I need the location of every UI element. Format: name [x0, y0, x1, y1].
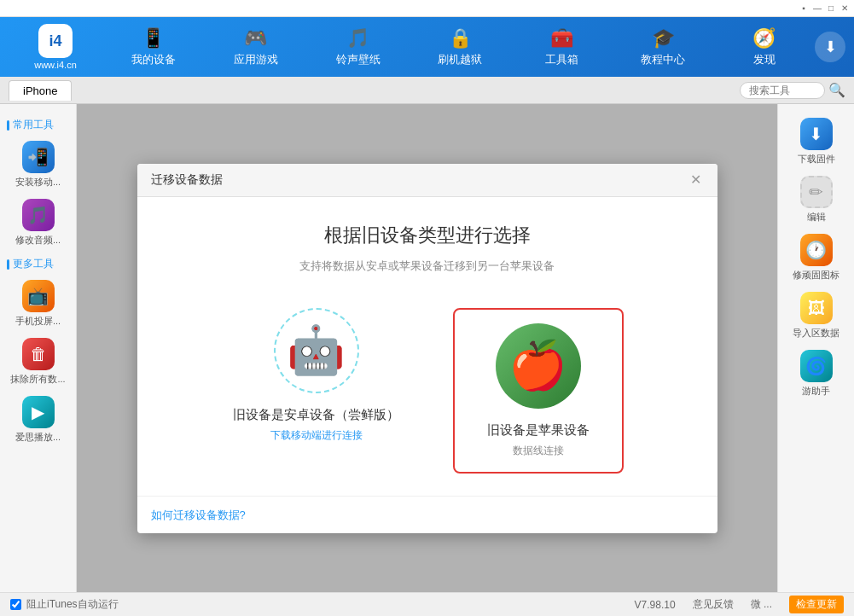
assistant-label: 游助手 [802, 385, 830, 398]
section-label-more: 更多工具 [0, 252, 76, 275]
weibo-link[interactable]: 微 ... [751, 597, 772, 612]
logo-icon: i4 [38, 24, 73, 58]
modal-subtitle: 支持将数据从安卓或苹果设备迁移到另一台苹果设备 [299, 259, 555, 274]
nav-ringtones-label: 铃声壁纸 [336, 52, 381, 67]
modal-title: 迁移设备数据 [151, 172, 223, 188]
center-content: 迁移设备数据 ✕ 根据旧设备类型进行选择 支持将数据从安卓或苹果设备迁移到另一台… [77, 104, 777, 592]
nav-ringtones[interactable]: 🎵 铃声壁纸 [328, 22, 389, 73]
sidebar-item-install[interactable]: 📲 安装移动... [0, 136, 76, 194]
search-area: 🔍 [740, 82, 845, 99]
version-label: V7.98.10 [635, 599, 676, 611]
device-tab-bar: iPhone 🔍 [0, 77, 854, 104]
modal-close-button[interactable]: ✕ [688, 172, 704, 188]
sidebar-item-audio[interactable]: 🎵 修改音频... [0, 194, 76, 252]
option-android[interactable]: 🤖 旧设备是安卓设备（尝鲜版） 下载移动端进行连接 [231, 308, 402, 443]
android-option-title: 旧设备是安卓设备（尝鲜版） [233, 407, 399, 423]
nav-discover-icon: 🧭 [752, 27, 776, 49]
status-bar: 阻止iTunes自动运行 V7.98.10 意见反馈 微 ... 检查更新 [0, 592, 854, 616]
nav-jailbreak[interactable]: 🔒 刷机越狱 [429, 22, 491, 73]
nav-items: 📱 我的设备 🎮 应用游戏 🎵 铃声壁纸 🔒 刷机越狱 🧰 工具箱 🎓 教程中心… [102, 22, 815, 73]
sidebar-item-screen[interactable]: 📺 手机投屏... [0, 275, 76, 333]
device-tab[interactable]: iPhone [9, 80, 72, 101]
maximize-btn[interactable]: □ [825, 3, 837, 15]
sidebar-right-download[interactable]: ⬇ 下载固件 [778, 113, 854, 171]
audio-icon: 🎵 [22, 199, 55, 231]
icon-fix-label: 修顽固图标 [793, 269, 839, 282]
device-name: iPhone [23, 84, 57, 97]
nav-device-label: 我的设备 [131, 52, 176, 67]
nav-apps-label: 应用游戏 [234, 52, 278, 67]
search-input[interactable] [740, 82, 825, 99]
nav-tutorial-icon: 🎓 [652, 27, 675, 49]
player-icon: ▶ [22, 396, 55, 428]
audio-label: 修改音频... [15, 234, 61, 247]
android-robot-icon: 🤖 [287, 323, 346, 378]
android-icon-container: 🤖 [274, 308, 359, 393]
footer-link[interactable]: 如何迁移设备数据? [151, 508, 246, 521]
header: i4 www.i4.cn 📱 我的设备 🎮 应用游戏 🎵 铃声壁纸 🔒 刷机越狱… [0, 17, 854, 77]
nav-discover[interactable]: 🧭 发现 [735, 22, 794, 73]
nav-my-device[interactable]: 📱 我的设备 [123, 22, 184, 73]
sidebar-right-assistant[interactable]: 🌀 游助手 [778, 345, 854, 403]
icon-fix-icon: 🕐 [800, 234, 833, 266]
install-label: 安装移动... [15, 176, 61, 189]
nav-toolbox-icon: 🧰 [550, 27, 573, 49]
screen-icon: 📺 [22, 280, 55, 312]
nav-toolbox[interactable]: 🧰 工具箱 [532, 22, 591, 73]
update-button[interactable]: 检查更新 [789, 596, 844, 613]
download-firmware-icon: ⬇ [800, 118, 833, 150]
edit-label: 编辑 [807, 211, 826, 224]
close-btn[interactable]: ✕ [839, 3, 851, 15]
modal-header: 迁移设备数据 ✕ [137, 164, 717, 197]
nav-tutorial-label: 教程中心 [641, 52, 685, 67]
assistant-icon: 🌀 [800, 350, 833, 382]
nav-right: ⬇ [815, 32, 845, 62]
install-icon: 📲 [22, 141, 55, 173]
import-icon: 🖼 [800, 292, 833, 324]
erase-icon: 🗑 [22, 338, 55, 370]
main-area: 常用工具 📲 安装移动... 🎵 修改音频... 更多工具 📺 手机投屏... … [0, 104, 854, 592]
right-sidebar: ⬇ 下载固件 ✏ 编辑 🕐 修顽固图标 🖼 导入区数据 🌀 游助手 [777, 104, 854, 592]
left-sidebar: 常用工具 📲 安装移动... 🎵 修改音频... 更多工具 📺 手机投屏... … [0, 104, 77, 592]
sidebar-right-edit[interactable]: ✏ 编辑 [778, 171, 854, 229]
sidebar-right-import[interactable]: 🖼 导入区数据 [778, 287, 854, 345]
apple-option-title: 旧设备是苹果设备 [487, 422, 590, 439]
erase-label: 抹除所有数... [10, 373, 65, 386]
itunes-label: 阻止iTunes自动运行 [26, 597, 119, 612]
section-label-common: 常用工具 [0, 113, 76, 136]
edit-icon: ✏ [800, 176, 833, 208]
minimize-btn[interactable]: ▪ [798, 3, 810, 15]
sidebar-right-icon-fix[interactable]: 🕐 修顽固图标 [778, 229, 854, 287]
itunes-checkbox[interactable] [10, 599, 21, 610]
sidebar-item-erase[interactable]: 🗑 抹除所有数... [0, 333, 76, 391]
download-button[interactable]: ⬇ [815, 32, 845, 62]
nav-device-icon: 📱 [142, 27, 165, 49]
import-label: 导入区数据 [793, 327, 839, 340]
modal-dialog: 迁移设备数据 ✕ 根据旧设备类型进行选择 支持将数据从安卓或苹果设备迁移到另一台… [137, 164, 717, 533]
screen-label: 手机投屏... [15, 315, 61, 328]
apple-logo-icon: 🍎 [508, 338, 567, 393]
nav-jailbreak-label: 刷机越狱 [438, 52, 482, 67]
apple-option-desc: 数据线连接 [513, 444, 564, 458]
feedback-link[interactable]: 意见反馈 [693, 597, 734, 612]
sidebar-item-player[interactable]: ▶ 爱思播放... [0, 391, 76, 449]
modal-footer: 如何迁移设备数据? [137, 496, 717, 533]
android-option-desc[interactable]: 下载移动端进行连接 [270, 428, 363, 443]
nav-toolbox-label: 工具箱 [545, 52, 578, 67]
modal-overlay: 迁移设备数据 ✕ 根据旧设备类型进行选择 支持将数据从安卓或苹果设备迁移到另一台… [77, 104, 777, 592]
nav-jailbreak-icon: 🔒 [449, 27, 472, 49]
nav-ringtones-icon: 🎵 [346, 27, 369, 49]
logo-text: www.i4.cn [34, 60, 77, 70]
nav-apps[interactable]: 🎮 应用游戏 [225, 22, 287, 73]
option-apple[interactable]: 🍎 旧设备是苹果设备 数据线连接 [453, 308, 624, 474]
modal-options: 🤖 旧设备是安卓设备（尝鲜版） 下载移动端进行连接 🍎 旧设备是苹果设备 数据线… [231, 308, 624, 474]
search-icon[interactable]: 🔍 [828, 82, 845, 98]
download-firmware-label: 下载固件 [798, 153, 835, 166]
nav-tutorial[interactable]: 🎓 教程中心 [632, 22, 694, 73]
nav-apps-icon: 🎮 [244, 27, 267, 49]
title-bar: ▪ — □ ✕ [0, 0, 854, 17]
modal-heading: 根据旧设备类型进行选择 [324, 223, 531, 248]
nav-discover-label: 发现 [753, 52, 776, 67]
apple-icon-container: 🍎 [496, 323, 581, 409]
restore-btn[interactable]: — [811, 3, 823, 15]
